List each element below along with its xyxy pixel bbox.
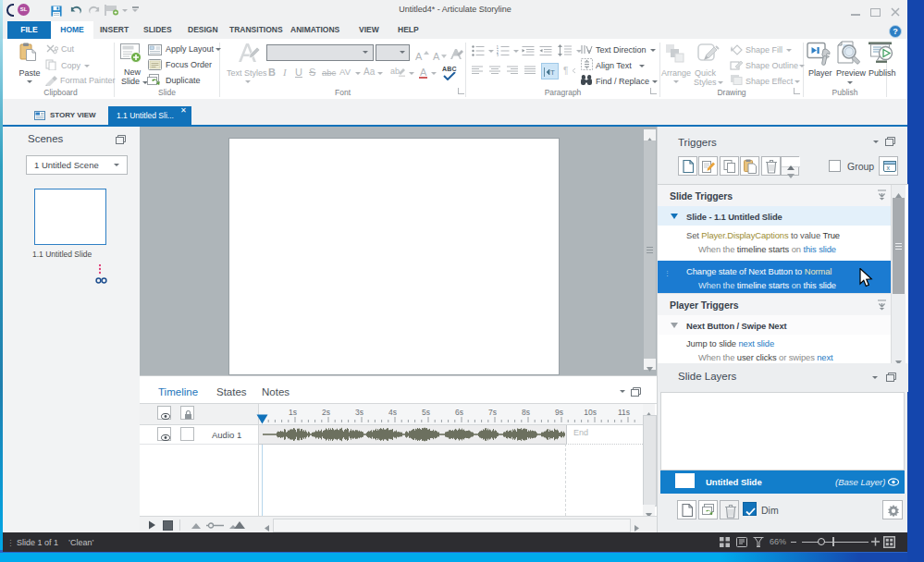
svg-text:T: T xyxy=(550,68,555,77)
svg-text:ab: ab xyxy=(390,67,400,76)
svg-text:x: x xyxy=(886,165,890,171)
svg-text:3: 3 xyxy=(497,54,499,56)
svg-text:¶: ¶ xyxy=(563,66,568,76)
